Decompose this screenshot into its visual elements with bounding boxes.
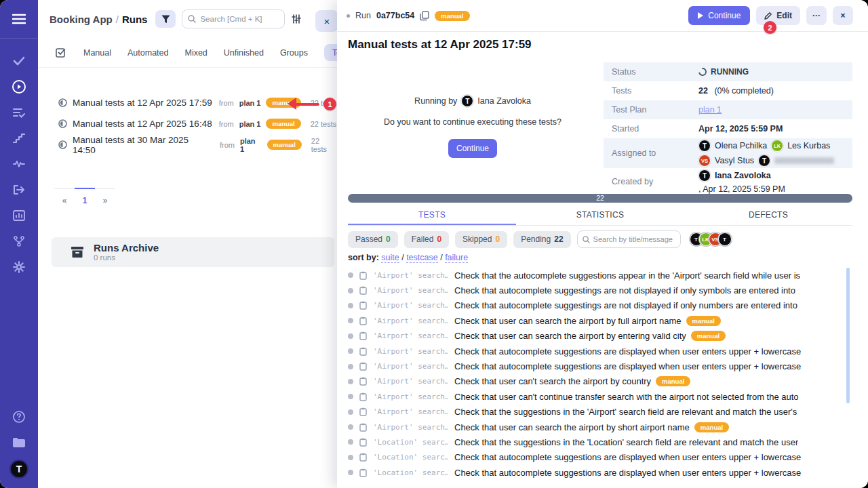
tab-manual[interactable]: Manual [83,48,111,58]
tab-automated[interactable]: Automated [127,48,168,58]
tab-groups[interactable]: Groups [280,48,308,58]
close-run-button[interactable]: × [833,6,853,25]
copy-icon[interactable] [420,11,429,21]
chip-label: Pending [521,235,551,244]
run-list-item[interactable]: Manual tests at 30 Mar 2025 14:50frompla… [58,134,337,155]
gear-icon[interactable] [0,254,38,280]
test-cases-icon[interactable] [0,48,38,74]
continue-button[interactable]: Continue [688,6,750,25]
tab-defects[interactable]: DEFECTS [684,207,852,225]
run-item-title: Manual tests at 12 Apr 2025 16:48 [73,119,212,129]
sort-option-suite[interactable]: suite [381,253,399,263]
edit-button[interactable]: Edit [756,6,800,25]
user-avatar[interactable]: T [9,460,28,479]
help-icon[interactable] [0,404,38,430]
test-case-row[interactable]: 'Airport' search…Check that autocomplete… [337,298,868,313]
test-case-row[interactable]: 'Airport' search…Check that user can't s… [337,374,868,389]
runs-list: Manual tests at 12 Apr 2025 17:59frompla… [38,68,337,155]
test-suite-name: 'Airport' search… [373,392,448,401]
search-icon [188,15,196,23]
left-panel-header: Booking App / Runs × [38,0,337,38]
tab-unfinished[interactable]: Unfinished [224,48,264,58]
tab-tests[interactable]: TESTS [348,207,516,225]
tab-mixed[interactable]: Mixed [184,48,207,58]
chip-label: Skipped [462,235,492,244]
breadcrumb-project[interactable]: Booking App [50,14,113,25]
test-suite-name: 'Airport' search… [373,286,448,295]
redacted-name [774,157,834,164]
projects-icon[interactable] [0,430,38,455]
test-case-row[interactable]: 'Location' searc…Check that autocomplete… [337,465,868,480]
manual-badge: manual [656,376,690,386]
branch-icon[interactable] [0,228,38,254]
detail-label: Started [612,124,698,134]
run-plan-link[interactable]: plan 1 [240,137,262,153]
list-check-icon[interactable] [0,100,38,125]
clipboard-icon [359,301,367,310]
filter-button[interactable] [155,10,176,28]
more-button[interactable]: ··· [806,6,827,25]
prompt-continue-button[interactable]: Continue [448,139,497,158]
play-circle-icon[interactable] [0,74,38,100]
tab-statistics[interactable]: STATISTICS [516,207,684,225]
tests-search-input[interactable] [593,235,675,243]
test-case-row[interactable]: 'Airport' search…Check that autocomplete… [337,344,868,359]
filter-chip-passed[interactable]: Passed0 [348,231,398,248]
filter-chip-pending[interactable]: Pending22 [513,231,570,248]
test-case-row[interactable]: 'Airport' search…Check that user can't c… [337,389,868,404]
test-case-row[interactable]: 'Airport' search…Check that autocomplete… [337,283,868,298]
pagination-page-1[interactable]: 1 [75,188,95,205]
pulse-icon[interactable] [0,151,38,177]
sort-controls: sort by: suite / testcase / failure [348,253,468,262]
run-list-item[interactable]: Manual tests at 12 Apr 2025 16:48frompla… [58,113,337,134]
sort-option-failure[interactable]: failure [445,253,468,263]
sign-in-icon[interactable] [0,177,38,203]
view-settings-icon[interactable] [291,14,302,24]
run-from-label: from [219,99,234,107]
test-case-row[interactable]: 'Location' searc…Check that the suggesti… [337,434,868,449]
test-case-row[interactable]: 'Location' searc…Check that autocomplete… [337,450,868,465]
menu-icon[interactable] [0,0,38,38]
test-case-title: Check that autocomplete suggestions are … [454,468,801,478]
sort-option-testcase[interactable]: testcase [406,253,438,263]
bar-chart-icon[interactable] [0,203,38,228]
filter-chip-skipped[interactable]: Skipped0 [455,231,507,248]
steps-icon[interactable] [0,125,38,151]
run-title: Manual tests at 12 Apr 2025 17:59 [348,38,532,52]
run-detail-tabs: TESTSSTATISTICSDEFECTS [348,207,852,226]
test-case-row[interactable]: 'Airport' search…Check that autocomplete… [337,359,868,373]
runs-search [182,9,285,28]
test-case-row[interactable]: 'Airport' search…Check that user can sea… [337,313,868,328]
run-details-table: StatusRUNNINGTests22 (0% completed)Test … [604,62,852,195]
test-status-icon [348,303,353,308]
run-detail-panel: Run 0a77bc54 manual Continue Edit ··· × … [337,0,868,488]
run-item-title: Manual tests at 30 Mar 2025 14:50 [73,135,213,155]
run-plan-link[interactable]: plan 1 [239,99,261,107]
pagination-prev[interactable]: « [54,188,75,205]
test-status-icon [348,364,353,369]
runs-archive[interactable]: Runs Archive 0 runs [52,237,334,267]
annotation-arrow-1 [288,98,328,110]
run-plan-link[interactable]: plan 1 [239,120,261,128]
tab-to-review[interactable]: To Review [324,44,337,61]
test-case-row[interactable]: 'Airport' search…Check that user can sea… [337,420,868,434]
pagination-next[interactable]: » [95,188,115,205]
test-status-icon [348,288,353,293]
select-all-icon[interactable] [56,47,67,58]
tests-count: 22 [698,86,708,96]
test-case-row[interactable]: 'Airport' search…Check that user can sea… [337,329,868,344]
test-case-title: Check that the suggestions in the 'Airpo… [454,407,797,417]
started-date: Apr 12, 2025 5:59 PM [698,124,783,134]
runs-search-input[interactable] [200,15,275,23]
assignee-name: Olena Pchilka [715,141,767,150]
assignee-filter-avatars[interactable]: TLKVST [690,232,732,246]
test-case-row[interactable]: 'Airport' search…Check that the suggesti… [337,405,868,420]
assignee-name: Les Kurbas [787,141,830,150]
test-plan-link[interactable]: plan 1 [698,105,722,115]
panel-close-button[interactable]: × [315,10,337,32]
filter-chip-failed[interactable]: Failed0 [404,231,449,248]
test-case-row[interactable]: 'Airport' search…Check that the autocomp… [337,268,868,283]
test-status-icon [348,272,353,278]
tests-scrollbar[interactable] [846,268,850,403]
assignees-value: TOlena PchilkaLKLes KurbasVSVasyl StusT [698,140,846,167]
